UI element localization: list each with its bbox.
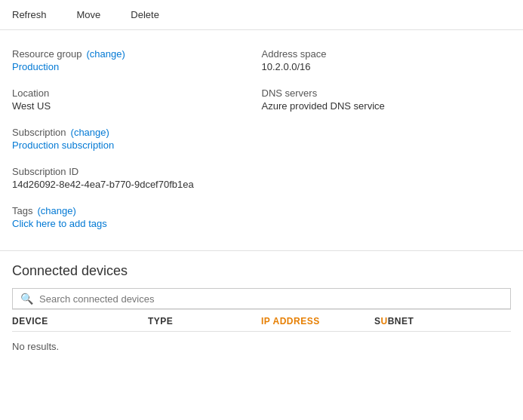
resource-group-change-link[interactable]: (change) [87,48,125,60]
subscription-id-section: Subscription ID 14d26092-8e42-4ea7-b770-… [12,160,262,196]
address-space-section: Address space 10.2.0.0/16 [262,42,512,78]
subscription-change-link[interactable]: (change) [71,127,109,138]
main-content: Resource group (change) Production Locat… [0,30,523,238]
delete-label: Delete [131,9,159,20]
search-input[interactable] [39,293,503,305]
table-header: DEVICE TYPE IP ADDRESS SUBNET [12,309,511,332]
dns-servers-value: Azure provided DNS service [262,100,512,112]
dns-servers-label: DNS servers [262,87,512,99]
connected-devices-section: Connected devices 🔍 DEVICE TYPE IP ADDRE… [0,263,523,373]
resource-group-value[interactable]: Production [12,61,262,72]
tags-change-link[interactable]: (change) [37,205,75,216]
location-label: Location [12,87,262,99]
location-section: Location West US [12,81,262,118]
subscription-id-label: Subscription ID [12,166,262,177]
section-divider [0,250,523,251]
col-device: DEVICE [12,316,148,326]
subscription-id-value: 14d26092-8e42-4ea7-b770-9dcef70fb1ea [12,179,262,190]
subscription-section: Subscription (change) Production subscri… [12,121,262,157]
refresh-label: Refresh [12,9,47,20]
move-button[interactable]: Move [77,6,101,23]
col-type: TYPE [148,316,261,326]
tags-add-link[interactable]: Click here to add tags [12,218,107,229]
toolbar: Refresh Move Delete [0,0,523,30]
search-box: 🔍 [12,288,511,309]
address-space-value: 10.2.0.0/16 [262,61,512,72]
col-ip-address: IP ADDRESS [261,316,374,326]
subscription-label-row: Subscription (change) [12,127,262,138]
search-icon: 🔍 [20,293,33,305]
tags-section: Tags (change) Click here to add tags [12,199,262,235]
right-column: Address space 10.2.0.0/16 DNS servers Az… [262,42,512,238]
location-value: West US [12,100,262,112]
col-subnet: SUBNET [374,316,488,326]
no-results-text: No results. [12,332,511,361]
dns-servers-section: DNS servers Azure provided DNS service [262,81,512,118]
connected-devices-title: Connected devices [12,263,511,279]
resource-group-label-row: Resource group (change) [12,48,262,60]
left-column: Resource group (change) Production Locat… [12,42,262,238]
delete-button[interactable]: Delete [131,6,159,23]
address-space-label: Address space [262,48,512,60]
resource-group-section: Resource group (change) Production [12,42,262,78]
move-label: Move [77,9,101,20]
refresh-button[interactable]: Refresh [12,6,47,23]
tags-label-row: Tags (change) [12,205,262,216]
resource-group-label: Resource group [12,48,82,60]
info-grid: Resource group (change) Production Locat… [12,42,511,238]
subscription-value[interactable]: Production subscription [12,139,262,151]
